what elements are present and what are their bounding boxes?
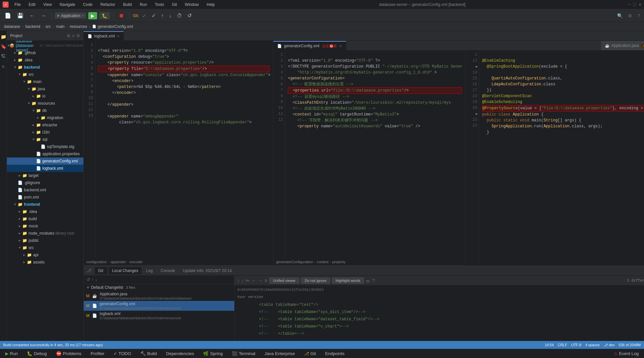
todo-strip-btn[interactable]: ✓ TODO <box>111 350 134 357</box>
endpoints-strip-btn[interactable]: Endpoints <box>322 350 347 357</box>
toolbar-save-btn[interactable]: 💾 <box>15 11 26 20</box>
run-gutter-icon[interactable]: ▶ <box>476 65 478 69</box>
toolbar-forward-btn[interactable]: → <box>39 11 48 20</box>
diff-next-btn[interactable]: ↓ <box>241 278 244 283</box>
changelist-expand-btn[interactable]: ↓ <box>95 277 97 282</box>
menu-edit[interactable]: Edit <box>27 2 37 8</box>
close-gen-tab[interactable]: ✕ <box>339 44 342 48</box>
unified-viewer-btn[interactable]: Unified viewer <box>269 278 299 284</box>
tree-build[interactable]: ▶ 📁 build <box>7 215 83 222</box>
status-indent[interactable]: 4 spaces <box>585 343 600 347</box>
menu-file[interactable]: File <box>12 2 23 8</box>
tab-application[interactable]: ☕ Application.java ⚠ 1 ✕ <box>601 41 644 50</box>
search-everywhere-btn[interactable]: 🔍 <box>616 12 624 19</box>
dependencies-strip-btn[interactable]: Dependencies <box>163 350 197 357</box>
tree-idea[interactable]: ▶ 📁 .idea <box>7 56 83 64</box>
breadcrumb-src[interactable]: src <box>46 24 51 29</box>
profiler-strip-btn[interactable]: Profiler <box>88 350 107 357</box>
gen-code-scroll[interactable]: 1 2 3 4 5 6 7 8 9 10 <box>273 51 465 258</box>
debug-btn[interactable]: 🐛 <box>99 12 110 19</box>
change-item-application[interactable]: M ☕ Application.java D:\dataease\dataeas… <box>84 291 234 301</box>
git-push-btn[interactable]: ↑ <box>159 11 166 20</box>
project-icon[interactable]: 📁 <box>0 33 7 40</box>
menu-tools[interactable]: Tools <box>153 2 166 8</box>
menu-run[interactable]: Run <box>138 2 149 8</box>
run-config-widget[interactable]: ▶ Application ▾ <box>55 12 86 19</box>
tree-src[interactable]: ▼ 📁 src <box>7 71 83 78</box>
java-enterprise-strip-btn[interactable]: Java Enterprise <box>262 350 298 357</box>
maximize-btn[interactable]: □ <box>633 2 636 7</box>
tree-backend[interactable]: ▼ 📁 backend <box>7 64 83 71</box>
tree-gitignore[interactable]: 📄 .gitignore <box>7 179 83 186</box>
diff-content[interactable]: 9c883509867013da880b03b5c32f2e201c3b9902… <box>235 285 644 341</box>
tree-target[interactable]: ▶ 📁 target <box>7 172 83 179</box>
diff-right-btn[interactable]: → <box>258 278 263 283</box>
tree-frontend-src[interactable]: ▼ 📁 src <box>7 244 83 251</box>
tree-i18n[interactable]: ▶ 📁 i18n <box>7 129 83 136</box>
tab-console[interactable]: Console <box>157 267 178 274</box>
close-logback-tab[interactable]: ✕ <box>117 34 119 38</box>
tab-local-changes[interactable]: Git: <box>95 267 108 274</box>
default-changelist-section[interactable]: ▼ Default Changelist 3 files <box>84 284 234 291</box>
git-tick-btn[interactable]: ✓ <box>150 11 158 20</box>
tree-sql[interactable]: ▼ 📁 sql <box>7 136 83 143</box>
menu-view[interactable]: View <box>41 2 54 8</box>
menu-build[interactable]: Build <box>121 2 134 8</box>
tree-sqltpl[interactable]: 📄 sqlTemplate.stg <box>7 143 83 150</box>
status-line-ending[interactable]: CRLF <box>558 343 567 347</box>
tree-github[interactable]: ▶ 📁 .github <box>7 49 83 56</box>
git-check-btn[interactable]: ✓ <box>140 12 148 20</box>
tab-update-info[interactable]: Update Info: 2021/9/7 20:14 <box>180 267 235 274</box>
tab-local-changes-label[interactable]: Local Changes <box>109 267 141 274</box>
toolbar-back-btn[interactable]: ← <box>28 11 37 20</box>
status-encoding[interactable]: UTF-8 <box>571 343 581 347</box>
breadcrumb-resources[interactable]: resources <box>70 24 87 29</box>
structure-icon[interactable]: 🏗 <box>0 53 7 60</box>
logback-code[interactable]: <?xml version="1.0" encoding="UTF-8"?> <… <box>95 41 273 258</box>
run-strip-btn[interactable]: ▶ Run <box>3 350 20 357</box>
git-strip-btn[interactable]: ⎇ Git <box>301 350 319 357</box>
tree-java[interactable]: ▼ 📁 java <box>7 85 83 93</box>
tree-migration[interactable]: ▶ 📁 migration <box>7 114 83 121</box>
diff-left-btn[interactable]: ← <box>252 278 256 283</box>
tree-mock[interactable]: ▶ 📁 mock <box>7 222 83 230</box>
tab-log[interactable]: Log <box>143 267 156 274</box>
bookmark-icon[interactable]: 🔖 <box>0 43 7 50</box>
git-pull-btn[interactable]: ↓ <box>167 11 174 20</box>
tree-generatorconfig[interactable]: 📄 generatorConfig.xml <box>7 158 83 165</box>
menu-navigate[interactable]: Navigate <box>58 2 77 8</box>
menu-refactor[interactable]: Refactor <box>98 2 117 8</box>
debug-strip-btn[interactable]: 🐛 Debug <box>24 350 49 357</box>
gen-code[interactable]: <?xml version="1.0" encoding="UTF-8" ?> … <box>285 51 465 258</box>
tree-backendxml[interactable]: 📄 backend.xml <box>7 186 83 194</box>
diff-edit-btn[interactable]: ✏ <box>246 278 250 283</box>
breadcrumb-backend[interactable]: backend <box>25 24 40 29</box>
tree-nodemodules[interactable]: ▶ 📁 node_modules library root <box>7 230 83 237</box>
tree-api[interactable]: ▶ 📁 api <box>7 251 83 259</box>
diff-help-btn[interactable]: ? <box>372 278 375 283</box>
toolbar-stop-btn[interactable]: ⏹ <box>117 11 126 20</box>
event-log-strip-btn[interactable]: ⚠ Event Log <box>611 350 641 357</box>
tree-pom[interactable]: 📄 pom.xml <box>7 194 83 201</box>
terminal-strip-btn[interactable]: ⬛ Terminal <box>229 350 258 357</box>
tree-logback[interactable]: 📄 logback.xml <box>7 165 83 172</box>
app-code[interactable]: @EnableCaching @SpringBootApplication(ex… <box>479 51 644 265</box>
tree-db[interactable]: ▼ 📁 db <box>7 107 83 114</box>
menu-git[interactable]: Git <box>170 2 179 8</box>
tab-generatorconfig[interactable]: 📄 generatorConfig.xml ⚠ 1 ⛔ 8 ✕ <box>273 41 346 50</box>
git-revert-btn[interactable]: ↺ <box>185 11 194 20</box>
tree-frontend-idea[interactable]: ▶ 📁 .idea <box>7 208 83 215</box>
panel-settings-btn[interactable]: ⚙ <box>76 33 80 38</box>
spring-strip-btn[interactable]: 🌿 Spring <box>200 350 225 357</box>
run-config-dropdown[interactable]: ▾ <box>82 14 84 18</box>
run-gutter-icon-2[interactable]: ▶ <box>476 112 478 116</box>
panel-expand-btn[interactable]: ≡ <box>72 33 74 38</box>
change-item-gen[interactable]: M 📄 generatorConfig.xml D:\dataease\data… <box>84 301 234 311</box>
breadcrumb-file[interactable]: 📄 generatorConfig.xml <box>92 24 133 29</box>
build-strip-btn[interactable]: 🔨 Build <box>138 350 160 357</box>
changelist-refresh-btn[interactable]: ↺ <box>86 277 90 282</box>
breadcrumb-main[interactable]: main <box>56 24 65 29</box>
tree-public[interactable]: ▶ 📁 public <box>7 237 83 244</box>
highlight-words-btn[interactable]: Highlight words <box>332 278 364 284</box>
logback-code-scroll[interactable]: 1 2 3 4 5 6 7 8 9 10 11 12 13 <box>84 41 273 258</box>
